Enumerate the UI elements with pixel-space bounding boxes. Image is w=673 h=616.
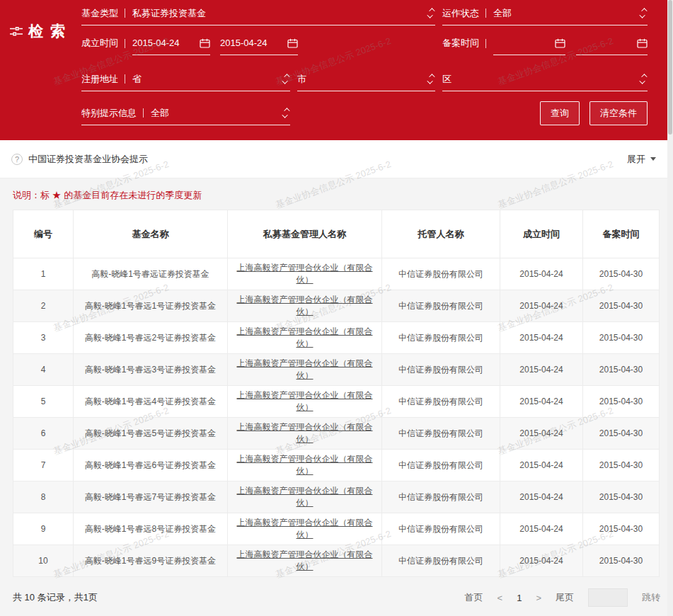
cell-filed: 2015-04-30 xyxy=(583,322,660,354)
last-page-button[interactable]: 尾页 xyxy=(556,591,574,604)
establish-date-start-input[interactable]: 2015-04-24 xyxy=(132,31,210,55)
cell-established: 2015-04-24 xyxy=(500,513,583,545)
manager-link[interactable]: 上海高毅资产管理合伙企业（有限合伙） xyxy=(237,518,373,540)
cell-established: 2015-04-24 xyxy=(500,481,583,513)
manager-link[interactable]: 上海高毅资产管理合伙企业（有限合伙） xyxy=(237,422,373,444)
scrollbar-thumb[interactable] xyxy=(668,0,672,135)
query-button[interactable]: 查询 xyxy=(540,101,580,125)
fund-name-link[interactable]: 高毅-晓峰1号睿远6号证券投资基金 xyxy=(85,460,216,470)
pagination: 共 10 条记录，共1页 首页 < 1 > 尾页 跳转 xyxy=(13,588,660,607)
cell-custodian: 中信证券股份有限公司 xyxy=(382,322,500,354)
manager-link[interactable]: 上海高毅资产管理合伙企业（有限合伙） xyxy=(237,295,373,316)
content: 检索 基金类型 私募证券投资基金 运作状态 全部 xyxy=(0,0,667,607)
chevron-updown-icon xyxy=(641,8,645,18)
fund-name-link[interactable]: 高毅-晓峰1号睿远1号证券投资基金 xyxy=(85,301,216,311)
cell-filed: 2015-04-30 xyxy=(583,513,660,545)
fund-name-link[interactable]: 高毅-晓峰1号睿远9号证券投资基金 xyxy=(85,556,216,566)
scrollbar[interactable] xyxy=(667,0,673,616)
manager-link[interactable]: 上海高毅资产管理合伙企业（有限合伙） xyxy=(237,263,373,285)
calendar-icon[interactable] xyxy=(555,38,565,48)
fund-name-link[interactable]: 高毅-晓峰1号睿远3号证券投资基金 xyxy=(85,365,216,375)
cell-filed: 2015-04-30 xyxy=(583,450,660,481)
header-established-date: 成立时间 xyxy=(500,210,583,258)
description-text: 说明：标 ★ 的基金目前存在未进行的季度更新 xyxy=(13,189,667,202)
chevron-updown-icon xyxy=(284,108,288,118)
cell-custodian: 中信证券股份有限公司 xyxy=(382,545,500,577)
cell-established: 2015-04-24 xyxy=(500,322,583,354)
manager-link[interactable]: 上海高毅资产管理合伙企业（有限合伙） xyxy=(237,390,373,412)
header-manager-name: 私募基金管理人名称 xyxy=(228,210,382,258)
calendar-icon[interactable] xyxy=(637,38,648,48)
district-value: 区 xyxy=(442,73,451,86)
manager-link[interactable]: 上海高毅资产管理合伙企业（有限合伙） xyxy=(237,486,373,508)
cell-custodian: 中信证券股份有限公司 xyxy=(382,386,500,418)
clear-conditions-button[interactable]: 清空条件 xyxy=(589,101,648,125)
cell-filed: 2015-04-30 xyxy=(583,481,660,513)
fund-name-link[interactable]: 高毅-晓峰1号睿远4号证券投资基金 xyxy=(85,397,216,406)
label-divider xyxy=(143,108,144,118)
district-select[interactable]: 区 xyxy=(442,67,648,91)
chevron-updown-icon xyxy=(641,74,645,84)
jump-button[interactable]: 跳转 xyxy=(642,591,660,604)
cell-custodian: 中信证券股份有限公司 xyxy=(382,258,500,290)
prev-page-button[interactable]: < xyxy=(497,593,503,603)
caret-down-icon xyxy=(650,157,656,161)
calendar-icon[interactable] xyxy=(200,38,210,48)
fund-type-label: 基金类型 xyxy=(81,7,118,20)
fund-name-link[interactable]: 高毅-晓峰1号睿远证券投资基金 xyxy=(91,269,209,279)
filing-date-label: 备案时间 xyxy=(442,37,479,50)
fund-name-link[interactable]: 高毅-晓峰1号睿远7号证券投资基金 xyxy=(85,492,216,502)
operation-status-select[interactable]: 运作状态 全部 xyxy=(442,1,648,25)
filing-date-start-input[interactable] xyxy=(493,31,565,55)
jump-page-input[interactable] xyxy=(588,588,628,607)
first-page-button[interactable]: 首页 xyxy=(465,591,483,604)
cell-filed: 2015-04-30 xyxy=(583,386,660,418)
cell-no: 1 xyxy=(13,258,74,290)
establish-date-end-input[interactable]: 2015-04-24 xyxy=(220,31,298,55)
fund-type-select[interactable]: 基金类型 私募证券投资基金 xyxy=(81,1,435,25)
header-fund-name: 基金名称 xyxy=(74,210,228,258)
fund-name-link[interactable]: 高毅-晓峰1号睿远2号证券投资基金 xyxy=(85,333,216,343)
chevron-updown-icon xyxy=(429,8,433,18)
special-notice-value: 全部 xyxy=(151,107,169,120)
table-row: 6 高毅-晓峰1号睿远5号证券投资基金 上海高毅资产管理合伙企业（有限合伙） 中… xyxy=(13,418,660,450)
calendar-icon[interactable] xyxy=(287,38,298,48)
table-row: 1 高毅-晓峰1号睿远证券投资基金 上海高毅资产管理合伙企业（有限合伙） 中信证… xyxy=(13,258,660,290)
fund-type-value: 私募证券投资基金 xyxy=(132,7,206,20)
province-select[interactable]: 注册地址 省 xyxy=(81,67,290,91)
panel-title: 检索 xyxy=(28,21,72,41)
next-page-button[interactable]: > xyxy=(536,593,541,603)
manager-link[interactable]: 上海高毅资产管理合伙企业（有限合伙） xyxy=(237,454,373,476)
manager-link[interactable]: 上海高毅资产管理合伙企业（有限合伙） xyxy=(237,326,373,348)
special-notice-select[interactable]: 特别提示信息 全部 xyxy=(81,101,290,125)
establish-date-label: 成立时间 xyxy=(81,37,118,50)
table-row: 4 高毅-晓峰1号睿远3号证券投资基金 上海高毅资产管理合伙企业（有限合伙） 中… xyxy=(13,354,660,386)
table-row: 3 高毅-晓峰1号睿远2号证券投资基金 上海高毅资产管理合伙企业（有限合伙） 中… xyxy=(13,322,660,354)
table-row: 8 高毅-晓峰1号睿远7号证券投资基金 上海高毅资产管理合伙企业（有限合伙） 中… xyxy=(13,481,660,513)
cell-established: 2015-04-24 xyxy=(500,290,583,322)
cell-no: 9 xyxy=(13,513,74,545)
manager-link[interactable]: 上海高毅资产管理合伙企业（有限合伙） xyxy=(237,358,373,380)
cell-custodian: 中信证券股份有限公司 xyxy=(382,290,500,322)
fund-name-link[interactable]: 高毅-晓峰1号睿远8号证券投资基金 xyxy=(85,524,216,534)
results-table: 编号 基金名称 私募基金管理人名称 托管人名称 成立时间 备案时间 1 高毅-晓… xyxy=(13,210,660,577)
special-notice-label: 特别提示信息 xyxy=(81,107,137,120)
cell-filed: 2015-04-30 xyxy=(583,354,660,386)
table-row: 5 高毅-晓峰1号睿远4号证券投资基金 上海高毅资产管理合伙企业（有限合伙） 中… xyxy=(13,386,660,418)
cell-no: 8 xyxy=(13,481,74,513)
cell-filed: 2015-04-30 xyxy=(583,290,660,322)
label-divider xyxy=(125,74,125,84)
expand-button[interactable]: 展开 xyxy=(627,153,656,166)
province-value: 省 xyxy=(132,73,142,86)
label-divider xyxy=(485,39,486,48)
filing-date-field: 备案时间 xyxy=(442,31,648,55)
filing-date-end-input[interactable] xyxy=(576,31,648,55)
cell-no: 3 xyxy=(13,322,74,354)
cell-custodian: 中信证券股份有限公司 xyxy=(382,450,500,481)
fund-name-link[interactable]: 高毅-晓峰1号睿远5号证券投资基金 xyxy=(85,428,216,438)
city-value: 市 xyxy=(297,73,306,86)
cell-no: 5 xyxy=(13,386,74,418)
manager-link[interactable]: 上海高毅资产管理合伙企业（有限合伙） xyxy=(237,549,373,571)
establish-date-start-value: 2015-04-24 xyxy=(132,38,180,48)
city-select[interactable]: 市 xyxy=(297,67,435,91)
